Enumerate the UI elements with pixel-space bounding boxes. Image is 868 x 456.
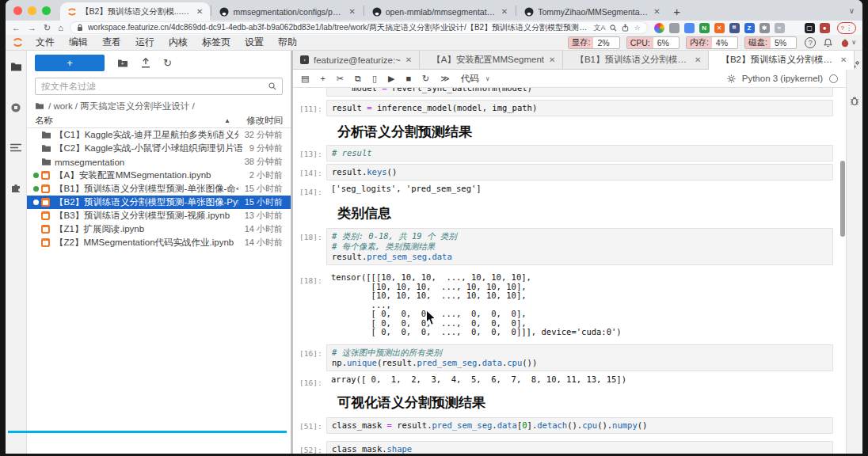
cell-input[interactable]: class_mask = result.pred_sem_seg.data[0]…: [326, 417, 833, 434]
browser-tab[interactable]: mmsegmentation/configs/pspn✕: [212, 2, 362, 21]
cell-input[interactable]: class_mask.shape: [326, 441, 833, 454]
close-tab-icon[interactable]: ✕: [196, 7, 203, 16]
menu-设置[interactable]: 设置: [238, 36, 271, 49]
breadcrumb[interactable]: / work / 两天搞定语义分割毕业设计 /: [27, 99, 291, 113]
cell-input[interactable]: result.keys(): [326, 164, 833, 180]
kernel-settings-gear-icon[interactable]: [727, 74, 736, 83]
home-folder-icon[interactable]: [35, 102, 44, 110]
run-all-cells-icon[interactable]: ≫: [440, 74, 450, 83]
gear-extension-icon[interactable]: ✱: [760, 23, 770, 33]
run-cell-icon[interactable]: ▶: [388, 74, 394, 83]
browser-menu-kebab-icon[interactable]: ⋮: [846, 25, 852, 32]
file-row[interactable]: 【B2】预训练语义分割模型预测-单张图像-Python API.ip...15 …: [27, 196, 291, 209]
running-sessions-icon[interactable]: [10, 102, 21, 113]
table-of-contents-icon[interactable]: [10, 143, 21, 152]
z-extension-icon[interactable]: Z: [744, 23, 755, 33]
file-browser-icon[interactable]: [10, 62, 22, 72]
orange-x-extension-icon[interactable]: ✕: [714, 23, 725, 33]
back-icon[interactable]: ←: [12, 24, 21, 32]
reload-icon[interactable]: ↻: [44, 24, 51, 32]
doc-tab[interactable]: 【B2】预训练语义分割模型预✕: [709, 51, 855, 70]
profile-warning-pill[interactable]: ? ⋮: [837, 22, 856, 34]
bookmark-star-icon[interactable]: ☆: [634, 24, 640, 32]
browser-tab[interactable]: TommyZihao/MMSegmentation✕: [517, 2, 667, 21]
shield-extension-icon[interactable]: [669, 23, 680, 33]
menu-帮助[interactable]: 帮助: [271, 36, 304, 49]
file-row[interactable]: 【Z1】扩展阅读.ipynb14 小时前: [27, 222, 291, 236]
home-icon[interactable]: ⌂: [58, 24, 63, 32]
window-extension-icon[interactable]: ▢: [805, 23, 815, 33]
close-window-button[interactable]: [13, 6, 22, 15]
menu-标签页[interactable]: 标签页: [195, 36, 238, 49]
menu-内核[interactable]: 内核: [162, 36, 195, 49]
forward-icon[interactable]: →: [28, 24, 36, 32]
extension-manager-puzzle-icon[interactable]: [10, 182, 21, 193]
copy-cells-icon[interactable]: ⧉: [355, 74, 361, 83]
zoom-icon[interactable]: [610, 25, 617, 32]
close-tab-icon[interactable]: ✕: [653, 7, 660, 16]
cell-input[interactable]: result = inference_model(model, img_path…: [326, 100, 833, 116]
debugger-bug-icon[interactable]: [850, 96, 859, 106]
menu-运行[interactable]: 运行: [128, 36, 162, 49]
video-progress-bar[interactable]: [8, 431, 287, 433]
cell-input[interactable]: # 类别: 0-18, 共 19 个 类别# 每个像素, 类别预测结果resul…: [326, 228, 833, 265]
close-tab-icon[interactable]: ✕: [501, 7, 508, 16]
raspberry-icon[interactable]: ●: [820, 23, 830, 33]
account-raspberry-icon[interactable]: ∨: [840, 38, 856, 48]
doc-tab[interactable]: 【B1】预训练语义分割模型预✕: [563, 51, 709, 69]
cell-input[interactable]: # result: [326, 145, 833, 162]
restart-kernel-icon[interactable]: ↻: [422, 74, 429, 83]
doc-tab[interactable]: ›featurize@featurize:~✕: [293, 51, 420, 69]
maximize-window-button[interactable]: [42, 6, 51, 15]
share-icon[interactable]: [622, 24, 629, 32]
cell-input[interactable]: # 这张图中预测出的所有类别np.unique(result.pred_sem_…: [326, 344, 833, 371]
file-row[interactable]: 【C2】Kaggle实战-小鼠肾小球组织病理切片语义分割9 分钟前: [27, 142, 291, 155]
cloud-extension-icon[interactable]: ≈: [775, 23, 785, 33]
close-tab-icon[interactable]: ✕: [840, 55, 847, 64]
scan-extension-icon[interactable]: ⌗: [729, 23, 740, 33]
markdown-heading[interactable]: 类别信息: [337, 204, 833, 223]
file-row[interactable]: 【A】安装配置MMSegmentation.ipynb2 小时前: [27, 169, 291, 182]
file-list-header[interactable]: 名称 ▲ 修改时间: [27, 113, 291, 128]
cell-input[interactable]: model = revert_sync_batchnorm(model): [326, 88, 833, 97]
refresh-icon[interactable]: ↻: [163, 57, 172, 69]
cut-cells-icon[interactable]: ✂: [337, 74, 344, 83]
tab-search-chevron-icon[interactable]: ∨: [849, 6, 855, 15]
insert-cell-icon[interactable]: +: [320, 74, 325, 83]
file-row[interactable]: 【B1】预训练语义分割模型预测-单张图像-命令行.ipynb15 小时前: [27, 182, 291, 196]
menu-编辑[interactable]: 编辑: [62, 36, 95, 49]
new-tab-button[interactable]: +: [668, 2, 687, 21]
cell-type-select[interactable]: 代码: [461, 73, 479, 85]
file-row[interactable]: mmsegmentation38 分钟前: [27, 155, 291, 169]
markdown-heading[interactable]: 分析语义分割预测结果: [337, 123, 833, 142]
puzzle-extensions-icon[interactable]: [790, 23, 800, 33]
new-folder-icon[interactable]: +: [117, 59, 128, 68]
doc-tab[interactable]: 【A】安装配置MMSegment✕: [420, 51, 563, 69]
new-launcher-button[interactable]: +: [35, 55, 105, 71]
screenshare-extension-icon[interactable]: [684, 23, 695, 33]
translate-icon[interactable]: 文A: [593, 23, 605, 33]
kernel-name[interactable]: Python 3 (ipykernel): [742, 74, 823, 83]
help-icon[interactable]: ?: [805, 37, 816, 48]
file-filter-input[interactable]: 按文件名过滤: [35, 78, 283, 95]
minimize-window-button[interactable]: [28, 6, 36, 15]
file-row[interactable]: 【Z2】MMSegmentation代码实战作业.ipynb14 小时前: [27, 236, 291, 249]
browser-tab[interactable]: open-mmlab/mmsegmentation✕: [365, 2, 515, 21]
close-tab-icon[interactable]: ✕: [549, 55, 555, 64]
notebook-scroll-area[interactable]: model = revert_sync_batchnorm(model)[11]…: [293, 88, 846, 454]
interrupt-kernel-icon[interactable]: ■: [405, 74, 411, 83]
green-n-extension-icon[interactable]: N: [699, 23, 710, 33]
close-tab-icon[interactable]: ✕: [348, 7, 355, 16]
close-tab-icon[interactable]: ✕: [405, 55, 412, 64]
menu-查看[interactable]: 查看: [95, 36, 128, 49]
notification-bell-icon[interactable]: [824, 38, 832, 48]
paste-cells-icon[interactable]: ▯: [372, 74, 377, 83]
save-icon[interactable]: ▤: [301, 74, 309, 83]
file-row[interactable]: 【B3】预训练语义分割模型预测-视频.ipynb13 小时前: [27, 209, 291, 222]
file-row[interactable]: 【C1】Kaggle实战-迪拜卫星航拍多类别语义分割32 分钟前: [27, 128, 291, 142]
upload-icon[interactable]: [141, 58, 150, 68]
pinwheel-extension-icon[interactable]: [654, 23, 664, 33]
address-bar[interactable]: workspace.featurize.cn/4dc869dd-dc91-4ed…: [70, 22, 647, 33]
close-tab-icon[interactable]: ✕: [695, 55, 701, 64]
notebook-scrollbar[interactable]: [840, 161, 845, 237]
